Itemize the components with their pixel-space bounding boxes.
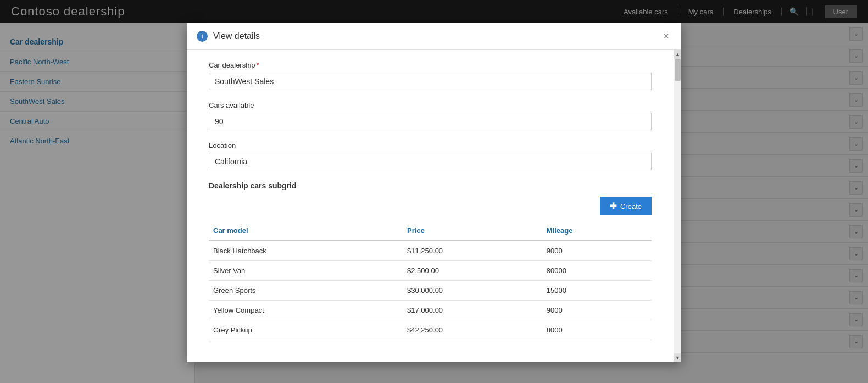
scrollbar-track xyxy=(674,59,681,353)
table-row[interactable]: Yellow Compact $17,000.00 9000 xyxy=(209,301,652,320)
modal-header: i View details × xyxy=(187,23,681,50)
scrollbar-down-arrow[interactable]: ▼ xyxy=(674,353,682,362)
modal-title: View details xyxy=(213,31,661,41)
table-row[interactable]: Grey Pickup $42,250.00 8000 xyxy=(209,320,652,340)
cell-mileage: 8000 xyxy=(542,320,652,340)
modal-close-button[interactable]: × xyxy=(661,31,671,41)
location-label: Location xyxy=(209,141,652,149)
modal-body: Car dealership* Cars available Location … xyxy=(187,50,681,362)
cars-available-input[interactable] xyxy=(209,113,652,130)
scrollbar-up-arrow[interactable]: ▲ xyxy=(674,50,682,59)
table-row[interactable]: Silver Van $2,500.00 80000 xyxy=(209,261,652,281)
col-price: Price xyxy=(403,221,542,241)
info-icon: i xyxy=(197,31,208,42)
create-button[interactable]: ✚ Create xyxy=(600,197,652,215)
table-row[interactable]: Green Sports $30,000.00 15000 xyxy=(209,281,652,301)
scrollbar-thumb[interactable] xyxy=(675,59,681,81)
subgrid-section: Dealership cars subgrid ✚ Create Car mod… xyxy=(209,181,652,340)
create-button-label: Create xyxy=(620,202,642,210)
cell-mileage: 9000 xyxy=(542,241,652,261)
cell-price: $2,500.00 xyxy=(403,261,542,281)
cell-car-model: Yellow Compact xyxy=(209,301,403,320)
cell-car-model: Black Hatchback xyxy=(209,241,403,261)
car-dealership-input[interactable] xyxy=(209,73,652,90)
cell-mileage: 15000 xyxy=(542,281,652,301)
modal-scrollbar: ▲ ▼ xyxy=(674,50,681,362)
table-row[interactable]: Black Hatchback $11,250.00 9000 xyxy=(209,241,652,261)
modal: i View details × Car dealership* Cars av… xyxy=(187,23,681,362)
cell-price: $30,000.00 xyxy=(403,281,542,301)
create-plus-icon: ✚ xyxy=(610,201,617,211)
cars-table: Car model Price Mileage Black Hatchback … xyxy=(209,221,652,340)
subgrid-toolbar: ✚ Create xyxy=(209,197,652,215)
cell-price: $42,250.00 xyxy=(403,320,542,340)
cell-price: $17,000.00 xyxy=(403,301,542,320)
modal-overlay: i View details × Car dealership* Cars av… xyxy=(0,0,868,383)
car-dealership-label: Car dealership* xyxy=(209,61,652,69)
cell-car-model: Silver Van xyxy=(209,261,403,281)
cell-car-model: Grey Pickup xyxy=(209,320,403,340)
cell-mileage: 9000 xyxy=(542,301,652,320)
location-group: Location xyxy=(209,141,652,170)
table-header-row: Car model Price Mileage xyxy=(209,221,652,241)
cell-price: $11,250.00 xyxy=(403,241,542,261)
location-input[interactable] xyxy=(209,153,652,170)
cell-mileage: 80000 xyxy=(542,261,652,281)
cars-available-label: Cars available xyxy=(209,101,652,109)
cars-available-group: Cars available xyxy=(209,101,652,130)
car-dealership-group: Car dealership* xyxy=(209,61,652,90)
cell-car-model: Green Sports xyxy=(209,281,403,301)
subgrid-label: Dealership cars subgrid xyxy=(209,181,652,190)
col-mileage: Mileage xyxy=(542,221,652,241)
col-car-model: Car model xyxy=(209,221,403,241)
modal-content: Car dealership* Cars available Location … xyxy=(187,50,674,362)
